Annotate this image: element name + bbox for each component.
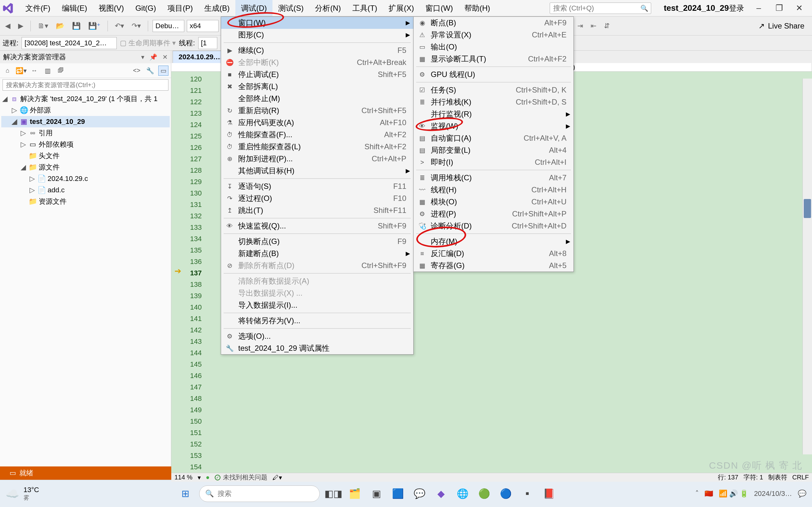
edge-icon[interactable]: 🌐 (455, 486, 471, 502)
platform-combo[interactable]: x64 (187, 20, 218, 32)
tree-file1[interactable]: 2024.10.29.c (48, 175, 88, 183)
windows-submenu-item-15[interactable]: ≣调用堆栈(C)Alt+7 (414, 172, 573, 184)
home-icon[interactable]: ⌂ (3, 66, 13, 76)
windows-submenu-item-13[interactable]: >即时(I)Ctrl+Alt+I (414, 156, 573, 168)
tray-wifi-icon[interactable]: 📶 🔊 🔋 (719, 490, 748, 498)
windows-submenu-item-2[interactable]: ▭输出(O) (414, 41, 573, 53)
app-icon-4[interactable]: 📕 (541, 486, 557, 502)
config-combo[interactable]: Debu… (153, 20, 184, 32)
debug-menu-item-3[interactable]: ▶继续(C)F5 (221, 44, 413, 56)
debug-menu-item-11[interactable]: ⏱重启性能探查器(L)Shift+Alt+F2 (221, 141, 413, 153)
live-share-button[interactable]: ↗ Live Share (758, 21, 804, 31)
debug-menu-item-16[interactable]: ↷逐过程(O)F10 (221, 192, 413, 205)
debug-menu-item-27[interactable]: 导入数据提示(I)... (221, 299, 413, 311)
debug-menu-item-9[interactable]: ⚗应用代码更改(A)Alt+F10 (221, 117, 413, 129)
debug-menu-item-1[interactable]: 图形(C)▶ (221, 29, 413, 41)
step-icon1[interactable]: ⇥ (575, 20, 586, 32)
save-icon[interactable]: 💾 (69, 20, 83, 32)
undo-icon[interactable]: ↶▾ (112, 20, 126, 32)
editor-tab-active[interactable]: 2024.10.29.… (172, 51, 229, 63)
close-button[interactable]: ✕ (794, 3, 805, 14)
menu-分析[interactable]: 分析(N) (309, 0, 346, 16)
new-item-icon[interactable]: 🗎▾ (35, 20, 51, 32)
panel-search[interactable] (0, 78, 171, 92)
nav-fwd-icon[interactable]: ▶ (15, 20, 26, 32)
windows-submenu-item-12[interactable]: ▤局部变量(L)Alt+4 (414, 144, 573, 156)
quick-search-input[interactable] (553, 4, 641, 12)
tree-project[interactable]: test_2024_10_29 (30, 118, 85, 126)
menu-窗口[interactable]: 窗口(W) (420, 0, 459, 16)
debug-menu-item-29[interactable]: 将转储另存为(V)... (221, 315, 413, 327)
debug-menu-item-32[interactable]: 🔧test_2024_10_29 调试属性 (221, 342, 413, 354)
code-icon[interactable]: <> (132, 66, 142, 76)
refresh-icon[interactable]: 🗊 (56, 66, 66, 76)
menu-工具[interactable]: 工具(T) (347, 0, 383, 16)
menu-生成[interactable]: 生成(B) (199, 0, 235, 16)
debug-menu-item-10[interactable]: ⏱性能探查器(F)...Alt+F2 (221, 129, 413, 141)
solution-tree[interactable]: ◢⧈解决方案 'test_2024_10_29' (1 个项目，共 1 ▷🌐外部… (0, 92, 171, 466)
maximize-button[interactable]: ❐ (773, 3, 785, 14)
windows-submenu-item-16[interactable]: 〰线程(H)Ctrl+Alt+H (414, 184, 573, 196)
nav-back-icon[interactable]: ◀ (3, 20, 13, 32)
tree-res[interactable]: 资源文件 (39, 197, 67, 206)
debug-menu-item-5[interactable]: ■停止调试(E)Shift+F5 (221, 68, 413, 80)
process-combo[interactable]: [30208] test_2024_10_2… (21, 37, 117, 49)
minimize-button[interactable]: – (753, 3, 764, 14)
app-icon-2[interactable]: 💬 (412, 486, 427, 502)
windows-submenu-item-8[interactable]: ≣并行堆栈(K)Ctrl+Shift+D, S (414, 96, 573, 108)
start-icon[interactable]: ⊞ (177, 486, 194, 502)
menu-帮助[interactable]: 帮助(H) (459, 0, 496, 16)
collapse-icon[interactable]: ↔ (29, 66, 39, 76)
panel-close-icon[interactable]: ✕ (162, 53, 168, 61)
windows-submenu-item-17[interactable]: ▦模块(O)Ctrl+Alt+U (414, 196, 573, 208)
wrench-icon[interactable]: 🔧 (145, 66, 155, 76)
windows-submenu-item-18[interactable]: ⚙进程(P)Ctrl+Shift+Alt+P (414, 208, 573, 220)
tray-chevron-icon[interactable]: ˄ (695, 490, 699, 498)
quick-search[interactable]: 🔍 (550, 3, 651, 14)
menu-视图[interactable]: 视图(V) (93, 0, 130, 16)
issues-status[interactable]: ✓未找到相关问题 (215, 473, 267, 482)
step-icon2[interactable]: ⇤ (588, 20, 599, 32)
debug-menu-item-31[interactable]: ⚙选项(O)... (221, 330, 413, 342)
save-all-icon[interactable]: 💾⁺ (86, 20, 103, 32)
login-link[interactable]: 登录 (729, 3, 744, 13)
windows-submenu-item-11[interactable]: ▤自动窗口(A)Ctrl+Alt+V, A (414, 132, 573, 144)
tree-dep[interactable]: 外部依赖项 (39, 140, 73, 149)
chrome-icon[interactable]: 🔵 (498, 486, 514, 502)
debug-menu-item-8[interactable]: ↻重新启动(R)Ctrl+Shift+F5 (221, 105, 413, 117)
panel-pin-icon[interactable]: 📌 (149, 53, 157, 61)
menu-项目[interactable]: 项目(P) (162, 0, 199, 16)
panel-search-input[interactable] (3, 79, 168, 91)
tree-headers[interactable]: 头文件 (39, 151, 60, 161)
windows-submenu-item-0[interactable]: ◉断点(B)Alt+F9 (414, 17, 573, 29)
app-icon-1[interactable]: 🟦 (390, 486, 406, 502)
tree-file2[interactable]: add.c (48, 186, 65, 194)
tree-sources[interactable]: 源文件 (39, 163, 60, 172)
terminal-icon[interactable]: ▣ (368, 486, 385, 502)
open-icon[interactable]: 📂 (53, 20, 67, 32)
cmd-icon[interactable]: ▪️ (519, 486, 536, 502)
windows-submenu-item-3[interactable]: ▦显示诊断工具(T)Ctrl+Alt+F2 (414, 53, 573, 65)
windows-submenu-item-7[interactable]: ☑任务(S)Ctrl+Shift+D, K (414, 84, 573, 96)
show-all-icon[interactable]: ▥ (43, 66, 53, 76)
menu-git[interactable]: Git(G) (130, 0, 162, 16)
windows-submenu-item-23[interactable]: ▦寄存器(G)Alt+5 (414, 260, 573, 272)
vs-icon[interactable]: ◆ (433, 486, 449, 502)
tree-solution[interactable]: 解决方案 'test_2024_10_29' (1 个项目，共 1 (20, 94, 158, 104)
debug-menu-item-7[interactable]: 全部终止(M) (221, 93, 413, 105)
tree-ref[interactable]: 引用 (39, 128, 53, 138)
system-tray[interactable]: ˄ 🇨🇳 📶 🔊 🔋 2024/10/3… 💬 (695, 490, 806, 498)
menu-编辑[interactable]: 编辑(E) (56, 0, 93, 16)
taskbar-search-input[interactable] (217, 490, 314, 498)
debug-menu-item-15[interactable]: ↧逐语句(S)F11 (221, 180, 413, 192)
sync-icon[interactable]: 🔁▾ (16, 66, 26, 76)
debug-menu-item-6[interactable]: ✖全部拆离(L) (221, 80, 413, 93)
menu-扩展[interactable]: 扩展(X) (383, 0, 420, 16)
debug-menu-item-17[interactable]: ↥跳出(T)Shift+F11 (221, 205, 413, 216)
menu-文件[interactable]: 文件(F) (20, 0, 56, 16)
panel-dropdown-icon[interactable]: ▾ (141, 53, 144, 61)
debug-menu-item-19[interactable]: 👁快速监视(Q)...Shift+F9 (221, 220, 413, 232)
tray-notif-icon[interactable]: 💬 (798, 490, 806, 498)
task-view-icon[interactable]: ◧◨ (325, 486, 341, 502)
app-icon-3[interactable]: 🟢 (476, 486, 492, 502)
